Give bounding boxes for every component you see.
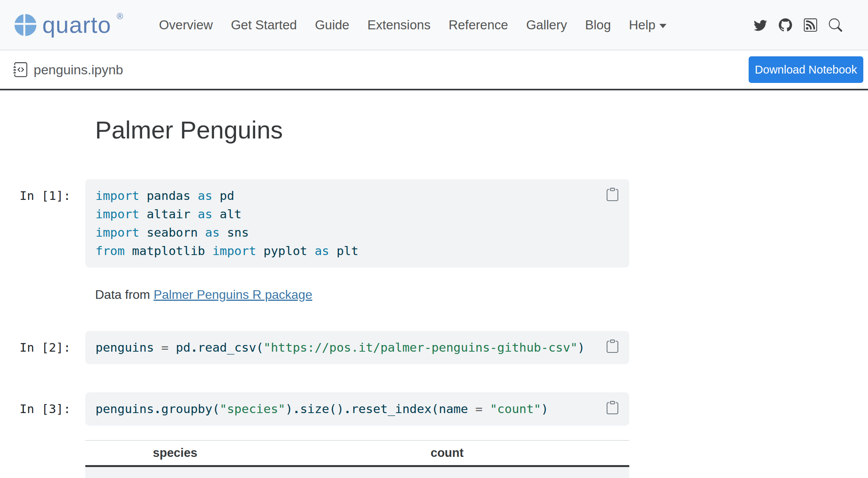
cell-execution-label: In [1]:	[20, 179, 72, 205]
table-header-row: species count	[85, 440, 629, 466]
table-header-species: species	[85, 440, 265, 466]
notebook-file: penguins.ipynb	[13, 62, 123, 77]
code-content: penguins.groupby("species").size().reset…	[95, 400, 619, 418]
nav-menu: OverviewGet StartedGuideExtensionsRefere…	[159, 18, 666, 32]
nav-item-reference[interactable]: Reference	[448, 18, 508, 32]
notebook-filename: penguins.ipynb	[34, 62, 123, 77]
nav-item-guide[interactable]: Guide	[315, 18, 349, 32]
download-notebook-button[interactable]: Download Notebook	[749, 56, 863, 83]
copy-code-button[interactable]	[606, 187, 619, 202]
code-content: import pandas as pdimport altair as alti…	[95, 187, 619, 260]
copy-code-button[interactable]	[606, 339, 619, 354]
nav-item-blog[interactable]: Blog	[585, 18, 611, 32]
github-icon[interactable]	[779, 18, 792, 32]
registered-trademark: ®	[117, 11, 123, 22]
data-source-paragraph: Data from Palmer Penguins R package	[95, 286, 868, 304]
notebook-toolbar: penguins.ipynb Download Notebook	[0, 50, 868, 90]
copy-code-button[interactable]	[606, 400, 619, 415]
nav-item-extensions[interactable]: Extensions	[367, 18, 430, 32]
cell-execution-label: In [3]:	[20, 392, 72, 418]
code-content: penguins = pd.read_csv("https://pos.it/p…	[95, 338, 619, 357]
notebook-cell: In [1]: import pandas as pdimport altair…	[20, 179, 868, 268]
notebook-cell: In [3]: penguins.groupby("species").size…	[20, 392, 868, 426]
table-header-count: count	[265, 440, 629, 466]
quarto-logo-icon	[14, 14, 37, 36]
rss-icon[interactable]	[804, 18, 817, 32]
nav-item-help[interactable]: Help	[629, 18, 666, 32]
page-title: Palmer Penguins	[95, 116, 868, 144]
nav-item-get-started[interactable]: Get Started	[231, 18, 297, 32]
twitter-icon[interactable]	[754, 18, 767, 32]
article-main: Palmer Penguins In [1]: import pandas as…	[0, 116, 868, 478]
search-icon[interactable]	[829, 18, 842, 32]
cell-execution-label: In [2]:	[20, 331, 72, 357]
quarto-logo[interactable]: quarto ®	[14, 13, 123, 37]
nav-item-gallery[interactable]: Gallery	[526, 18, 567, 32]
notebook-cells: In [1]: import pandas as pdimport altair…	[0, 179, 868, 426]
palmer-penguins-link[interactable]: Palmer Penguins R package	[153, 288, 312, 302]
nav-icon-links	[754, 18, 842, 32]
brand-wordmark: quarto	[42, 13, 111, 37]
chevron-down-icon	[659, 24, 666, 28]
output-table: species count	[85, 440, 629, 478]
table-row	[85, 466, 629, 478]
notebook-cell: In [2]: penguins = pd.read_csv("https://…	[20, 331, 868, 364]
journal-code-icon	[13, 62, 28, 77]
top-navbar: quarto ® OverviewGet StartedGuideExtensi…	[0, 0, 868, 50]
nav-item-overview[interactable]: Overview	[159, 18, 213, 32]
paragraph-text: Data from	[95, 288, 153, 302]
code-block: import pandas as pdimport altair as alti…	[85, 179, 629, 268]
code-block: penguins = pd.read_csv("https://pos.it/p…	[85, 331, 629, 364]
code-block: penguins.groupby("species").size().reset…	[85, 392, 629, 426]
